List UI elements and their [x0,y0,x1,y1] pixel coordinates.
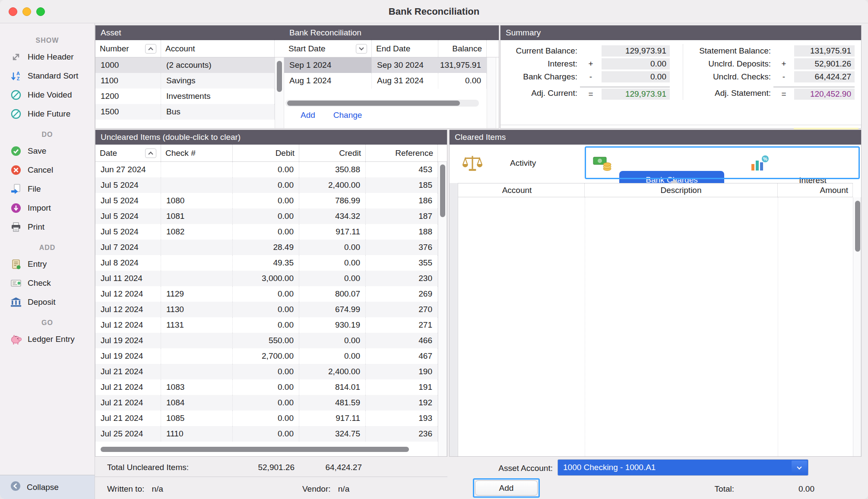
asset-table-row[interactable]: 1100 Savings [95,73,284,88]
scales-icon [463,154,482,174]
window-title: Bank Reconciliation [0,0,868,23]
summary-panel-title: Summary [506,28,541,38]
sidebar-item-entry[interactable]: Entry [0,255,95,274]
uncleared-table-row[interactable]: Jul 5 2024 1080 0.00 786.99 186 [95,193,438,208]
adjusted-current-label: Adj. Current: [501,88,580,98]
asset-table-row[interactable]: 1000 (2 accounts) [95,57,284,73]
sidebar-item-import[interactable]: Import [0,199,95,218]
sidebar-item-ledger-entry[interactable]: Ledger Entry [0,330,95,349]
scrollbar-thumb[interactable] [855,201,860,252]
sort-az-icon: AZ [10,69,22,82]
uncleared-col-debit[interactable]: Debit [233,145,299,161]
uncleared-table-row[interactable]: Jul 25 2024 1110 0.00 324.75 236 [95,426,438,442]
scrollbar-thumb[interactable] [287,101,460,106]
interest-value: 0.00 [602,58,670,69]
uncleared-table-row[interactable]: Jul 5 2024 1081 0.00 434.32 187 [95,208,438,224]
asset-panel-header: Asset Bank Reconciliation [95,25,499,40]
bankrec-table-row[interactable]: Sep 1 2024 Sep 30 2024 131,975.91 [284,57,487,73]
bankrec-table-row[interactable]: Aug 1 2024 Aug 31 2024 0.00 [284,73,487,88]
bankrec-col-end-date[interactable]: End Date [372,40,438,57]
cleared-col-amount[interactable]: Amount [778,183,853,197]
sort-ascending-button[interactable] [145,44,156,54]
chevron-down-icon[interactable] [792,461,807,474]
sidebar-item-standard-sort[interactable]: AZ Standard Sort [0,66,95,85]
uncleared-table-row[interactable]: Jul 19 2024 2,700.00 0.00 467 [95,348,438,364]
cleared-panel-header: Cleared Items [450,130,861,145]
uncleared-table-row[interactable]: Jul 12 2024 1131 0.00 930.19 271 [95,317,438,333]
tab-activity[interactable]: Activity [450,147,586,179]
uncleared-panel-title: Uncleared Items (double-click to clear) [101,133,241,142]
uncleared-table-row[interactable]: Jul 12 2024 1130 0.00 674.99 270 [95,302,438,317]
asset-account-select[interactable]: 1000 Checking - 1000.A1 [558,459,808,476]
uncleared-table-row[interactable]: Jul 21 2024 1083 0.00 814.01 191 [95,379,438,395]
uncleared-table-row[interactable]: Jul 21 2024 0.00 2,400.00 190 [95,364,438,379]
uncleared-table-row[interactable]: Jul 21 2024 1084 0.00 481.59 192 [95,395,438,411]
printer-icon [10,221,22,234]
svg-text:%: % [763,156,767,161]
cleared-col-description[interactable]: Description [585,183,778,197]
total-uncleared-debit: 52,901.26 [229,461,295,474]
collapse-button[interactable]: Collapse [0,475,95,499]
sidebar-item-hide-voided[interactable]: Hide Voided [0,85,95,104]
sidebar-item-hide-future[interactable]: Hide Future [0,104,95,123]
uncleared-col-check[interactable]: Check # [161,145,233,161]
uncleared-table-row[interactable]: Jul 21 2024 1085 0.00 917.11 193 [95,411,438,426]
asset-col-number[interactable]: Number [95,40,161,57]
uncleared-horizontal-scrollbar-thumb[interactable] [101,447,409,452]
scrollbar-thumb[interactable] [440,164,445,217]
bank-reconciliation-window: Bank Reconciliation SHOW Hide Header AZ … [0,0,868,499]
sidebar-item-check[interactable]: Check [0,274,95,293]
sidebar-item-print[interactable]: Print [0,218,95,237]
uncleared-table-row[interactable]: Jul 12 2024 1129 0.00 800.07 269 [95,286,438,302]
uncleared-table-row[interactable]: Jul 11 2024 3,000.00 0.00 230 [95,271,438,286]
written-to-label: Written to: [107,484,144,493]
cleared-vertical-scrollbar [853,197,861,456]
bankrec-horizontal-scrollbar [285,100,479,107]
asset-table-row[interactable]: 1500 Bus [95,104,284,120]
date-dropdown-button[interactable] [356,44,367,54]
cleared-panel-title: Cleared Items [455,133,506,142]
change-statement-link[interactable]: Change [333,111,362,120]
add-statement-link[interactable]: Add [301,111,315,120]
uncleared-table: Jun 27 2024 0.00 350.88 453 Jul 5 2024 0… [95,162,438,442]
sidebar-item-hide-header[interactable]: Hide Header [0,47,95,66]
ledger-page-icon [10,258,22,271]
sidebar-item-save[interactable]: Save [0,142,95,161]
title-bar: Bank Reconciliation [0,0,868,23]
statement-balance-label: Statement Balance: [683,46,773,56]
bank-charges-value: 0.00 [602,71,670,82]
asset-table-row[interactable]: 1200 Investments [95,88,284,104]
adjusted-statement-label: Adj. Statement: [683,88,773,98]
chevron-left-circle-icon [10,480,22,494]
uncleared-table-row[interactable]: Jul 7 2024 28.49 0.00 376 [95,240,438,255]
uncleared-table-row[interactable]: Jul 19 2024 550.00 0.00 466 [95,333,438,348]
row-gutter [450,183,458,456]
scrollbar-thumb[interactable] [277,61,282,92]
summary-current-column: Current Balance:129,973.91 Interest:+0.0… [501,44,683,100]
uncleared-col-credit[interactable]: Credit [299,145,366,161]
uncleared-col-reference[interactable]: Reference [366,145,438,161]
asset-panel-title: Asset [101,28,121,38]
asset-account-value: 1000 Checking - 1000.A1 [563,463,656,472]
add-cleared-item-button[interactable]: Add [475,480,538,496]
uncleared-table-row[interactable]: Jun 27 2024 0.00 350.88 453 [95,162,438,177]
import-icon [10,202,22,215]
sidebar-item-cancel[interactable]: Cancel [0,161,95,180]
total-uncleared-credit: 64,424.27 [297,461,362,474]
expand-diagonal-icon [10,51,22,63]
bankrec-col-balance[interactable]: Balance [438,40,487,57]
cleared-col-account[interactable]: Account [450,183,585,197]
vendor-row: Vendor: n/a [302,483,349,496]
bankrec-col-start-date[interactable]: Start Date [284,40,372,57]
asset-col-account[interactable]: Account [161,40,275,57]
uncleared-col-date[interactable]: Date [95,145,161,161]
sidebar-item-deposit[interactable]: Deposit [0,293,95,312]
sort-ascending-button[interactable] [145,148,156,158]
sidebar-section-show: SHOW [0,34,95,47]
uncleared-table-row[interactable]: Jul 5 2024 1082 0.00 917.11 188 [95,224,438,240]
asset-table-row-partial[interactable] [95,120,284,129]
sidebar-item-file[interactable]: File [0,180,95,199]
uncleared-table-row[interactable]: Jul 5 2024 0.00 2,400.00 185 [95,177,438,193]
uncleared-table-row[interactable]: Jul 8 2024 49.35 0.00 355 [95,255,438,271]
summary-statement-column: Statement Balance:131,975.91 Unclrd. Dep… [683,44,861,100]
